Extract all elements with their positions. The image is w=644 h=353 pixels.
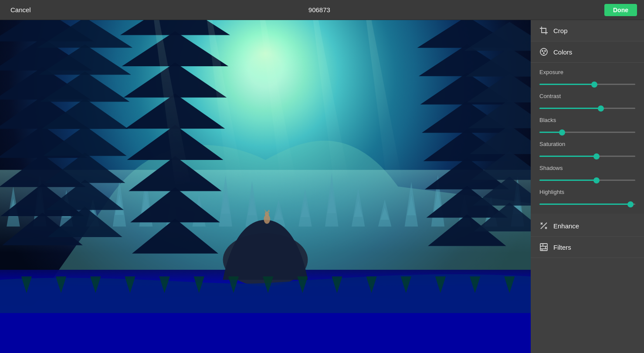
crop-panel-item[interactable]: Crop [531,20,644,41]
exposure-group: Exposure [539,69,635,87]
filters-icon [539,243,548,251]
colors-section: ExposureContrastBlacksSaturationShadowsH… [531,63,644,214]
svg-rect-4 [540,244,547,251]
blacks-label: Blacks [539,117,635,123]
enhance-label: Enhance [553,222,579,230]
saturation-group: Saturation [539,141,635,159]
shadows-slider[interactable] [539,180,635,181]
enhance-icon [539,221,548,230]
crop-icon [539,26,548,35]
contrast-label: Contrast [539,93,635,99]
exposure-slider[interactable] [539,84,635,85]
filters-label: Filters [553,244,571,251]
crop-label: Crop [553,27,568,34]
svg-point-2 [544,50,546,52]
main-content: Crop Colors ExposureContrastBlacksSatura… [0,20,644,353]
filters-panel-item[interactable]: Filters [531,237,644,258]
svg-point-0 [540,48,547,55]
contrast-group: Contrast [539,93,635,111]
file-name: 906873 [308,6,330,14]
done-button[interactable]: Done [604,4,637,16]
cancel-button[interactable]: Cancel [7,4,34,15]
saturation-slider[interactable] [539,156,635,157]
blacks-group: Blacks [539,117,635,135]
highlights-slider[interactable] [539,204,635,205]
image-area [0,20,531,353]
colors-label: Colors [553,48,572,56]
svg-point-3 [543,52,545,54]
colors-panel-item[interactable]: Colors [531,41,644,63]
colors-icon [539,48,548,56]
shadows-group: Shadows [539,165,635,183]
highlights-label: Highlights [539,189,635,195]
enhance-panel-item[interactable]: Enhance [531,215,644,237]
saturation-label: Saturation [539,141,635,147]
contrast-slider[interactable] [539,108,635,109]
image-canvas [0,20,531,353]
shadows-label: Shadows [539,165,635,171]
highlights-group: Highlights [539,189,635,207]
svg-point-1 [542,50,543,52]
header: Cancel 906873 Done [0,0,644,20]
blacks-slider[interactable] [539,132,635,133]
right-panel: Crop Colors ExposureContrastBlacksSatura… [531,20,644,353]
exposure-label: Exposure [539,69,635,75]
